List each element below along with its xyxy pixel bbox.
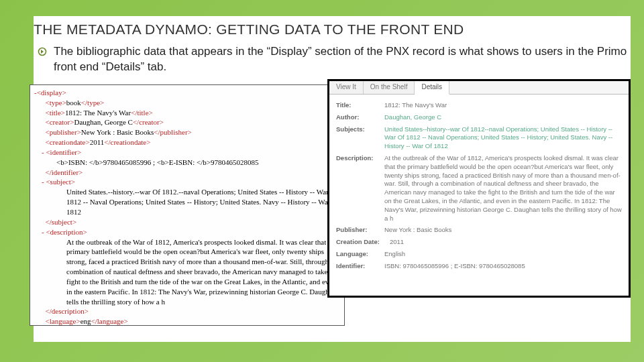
detail-author-value[interactable]: Daughan, George C <box>384 113 441 122</box>
detail-desc-value: At the outbreak of the War of 1812, Amer… <box>384 154 622 223</box>
detail-pub-row: Publisher: New York : Basic Books <box>336 226 622 235</box>
xml-title-open: <title> <box>34 109 65 117</box>
xml-id-val: <b>ISBN: </b>9780465085996 ; <b>E-ISBN: … <box>34 158 258 166</box>
xml-lang-val: eng <box>80 317 91 325</box>
detail-title-row: Title: 1812: The Navy's War <box>336 101 622 110</box>
detail-desc-label: Description: <box>336 154 384 223</box>
details-tabs: View It On the Shelf Details <box>329 81 629 95</box>
slide-card: THE METADATA DYNAMO: GETTING DATA TO THE… <box>34 16 631 342</box>
detail-subjects-value[interactable]: United States--history--war Of 1812--nav… <box>384 125 622 151</box>
detail-id-label: Identifier: <box>336 262 384 271</box>
xml-creator-val: Daughan, George C <box>74 118 132 126</box>
xml-lang-close: </language> <box>91 317 128 325</box>
xml-title-close: </title> <box>131 109 153 117</box>
xml-desc-close: </description> <box>34 307 89 315</box>
xml-pub-close: </publisher> <box>154 128 191 136</box>
xml-pub-val: New York : Basic Books <box>81 128 154 136</box>
xml-subj-open: - <subject> <box>34 178 75 186</box>
detail-date-label: Creation Date: <box>336 238 390 247</box>
detail-author-row: Author: Daughan, George C <box>336 113 622 122</box>
xml-type-open: <type> <box>34 99 66 107</box>
xml-subj-close: </subject> <box>34 218 76 226</box>
detail-subjects-label: Subjects: <box>336 125 384 151</box>
bullet-text: The bibliographic data that appears in t… <box>54 44 631 75</box>
xml-id-open: - <identifier> <box>34 148 81 156</box>
xml-id-close: </identifier> <box>34 168 83 176</box>
xml-title-val: 1812: The Navy's War <box>65 109 131 117</box>
detail-id-row: Identifier: ISBN: 9780465085996 ; E-ISBN… <box>336 262 622 271</box>
detail-lang-row: Language: English <box>336 250 622 259</box>
detail-lang-value: English <box>384 250 405 259</box>
detail-id-value: ISBN: 9780465085996 ; E-ISBN: 9780465028… <box>384 262 525 271</box>
tab-shelf[interactable]: On the Shelf <box>364 81 415 94</box>
xml-pub-open: <publisher> <box>34 128 81 136</box>
detail-title-value: 1812: The Navy's War <box>384 101 447 110</box>
xml-creator-open: <creator> <box>34 118 74 126</box>
detail-lang-label: Language: <box>336 250 384 259</box>
xml-display-open: -<display> <box>34 88 66 97</box>
tab-details[interactable]: Details <box>415 81 449 95</box>
detail-desc-row: Description: At the outbreak of the War … <box>336 154 622 223</box>
tab-viewit[interactable]: View It <box>329 81 364 94</box>
xml-lang-open: <language> <box>34 317 80 325</box>
xml-desc-val: At the outbreak of the War of 1812, Amer… <box>66 238 339 306</box>
detail-pub-value: New York : Basic Books <box>384 226 451 235</box>
xml-date-val: 2011 <box>90 138 105 146</box>
detail-date-row: Creation Date: 2011 <box>336 238 622 247</box>
slide-title: THE METADATA DYNAMO: GETTING DATA TO THE… <box>34 16 631 44</box>
detail-title-label: Title: <box>336 101 384 110</box>
xml-type-val: book <box>66 99 81 107</box>
xml-date-close: </creationdate> <box>104 138 150 146</box>
xml-panel: -<display> <type>book</type> <title>1812… <box>30 84 345 326</box>
xml-creator-close: </creator> <box>133 118 164 126</box>
bullet-icon <box>38 47 47 59</box>
xml-date-open: <creationdate> <box>34 138 90 146</box>
details-panel: View It On the Shelf Details Title: 1812… <box>327 79 631 298</box>
detail-pub-label: Publisher: <box>336 226 384 235</box>
detail-date-value: 2011 <box>390 238 404 247</box>
details-body: Title: 1812: The Navy's War Author: Daug… <box>329 95 629 278</box>
content-area: -<display> <type>book</type> <title>1812… <box>34 84 631 333</box>
bullet-row: The bibliographic data that appears in t… <box>34 44 631 75</box>
xml-desc-open: - <description> <box>34 228 87 236</box>
detail-author-label: Author: <box>336 113 384 122</box>
xml-subj-val: United States.--history.--war Of 1812.--… <box>66 188 340 216</box>
xml-type-close: </type> <box>81 99 104 107</box>
detail-subjects-row: Subjects: United States--history--war Of… <box>336 125 622 151</box>
